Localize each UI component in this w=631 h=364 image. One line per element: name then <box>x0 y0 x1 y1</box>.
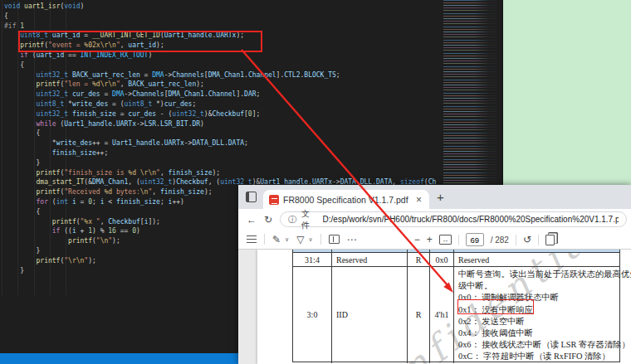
screenshot-root: void uart1_isr(void){#if 1 uint8_t uart_… <box>0 0 631 364</box>
edge-browser-window: FR8000 Specification V1.1.7.pdf × + ← ↻ … <box>238 185 631 364</box>
highlighter-icon[interactable]: ▽ <box>296 235 304 245</box>
vertical-tabs-icon <box>246 192 257 202</box>
vscode-status-bar <box>0 353 241 364</box>
tab-title: FR8000 Specification V1.1.7.pdf <box>283 195 410 205</box>
description-cell: Reserved <box>454 253 619 266</box>
name-cell: Reserved <box>332 253 408 266</box>
toolbar-divider <box>320 234 321 245</box>
reset-cell: 4'h1 <box>430 267 454 363</box>
page-total-label: / 282 <box>491 235 509 245</box>
table-row: 31:4 Reserved R 0x0 Reserved <box>293 253 619 267</box>
chevron-down-icon[interactable]: ∨ <box>308 236 312 243</box>
zoom-out-icon[interactable]: − <box>414 235 420 245</box>
tab-close-icon[interactable]: × <box>414 194 423 206</box>
name-cell: IID <box>332 267 408 363</box>
table-row: 3:0 IID R 4'h1 中断号查询。读出当前处于活跃状态的最高优先级中断。… <box>293 267 619 362</box>
address-bar: ← ↻ ⓘ 文件 D:/esp/work/svn/PH600/truck/FR8… <box>238 209 631 230</box>
page-view-icon[interactable] <box>545 235 555 245</box>
reset-cell: 0x0 <box>430 253 454 266</box>
bits-cell: 31:4 <box>293 253 332 266</box>
rotate-icon[interactable]: ↺ <box>523 235 531 245</box>
pdf-page: Confidential 31:4 Reserved R 0x0 Reserve… <box>257 250 631 364</box>
toolbar-divider <box>538 235 539 245</box>
more-options-icon[interactable]: ⋯ <box>347 235 357 245</box>
fit-to-width-icon[interactable]: ↔ <box>439 235 452 245</box>
refresh-icon[interactable]: ↻ <box>264 214 272 226</box>
contents-icon[interactable] <box>247 235 257 244</box>
new-tab-button[interactable]: + <box>437 191 444 203</box>
info-icon[interactable]: ⓘ <box>288 214 296 226</box>
pdf-tab[interactable]: FR8000 Specification V1.1.7.pdf × <box>263 190 429 209</box>
pdf-content-area: Confidential 31:4 Reserved R 0x0 Reserve… <box>238 250 631 364</box>
add-text-icon[interactable] <box>329 235 340 244</box>
back-icon[interactable]: ← <box>247 214 257 226</box>
url-field[interactable]: ⓘ 文件 D:/esp/work/svn/PH600/truck/FR800/d… <box>280 211 627 227</box>
bits-cell: 3:0 <box>293 267 332 363</box>
zoom-in-icon[interactable]: + <box>427 235 433 245</box>
pdf-file-icon <box>269 195 279 205</box>
access-cell: R <box>408 267 430 363</box>
toolbar-divider <box>458 235 459 245</box>
pdf-toolbar: ✎ ∨ ▽ ∨ ⋯ − + ↔ / 282 ↺ <box>238 230 631 250</box>
access-cell: R <box>408 253 430 266</box>
chevron-down-icon[interactable]: ∨ <box>285 236 289 243</box>
draw-pen-icon[interactable]: ✎ <box>272 235 281 245</box>
page-number-input[interactable] <box>466 233 484 246</box>
browser-tab-bar: FR8000 Specification V1.1.7.pdf × + <box>238 185 631 209</box>
iid-description-cell: 中断号查询。读出当前处于活跃状态的最高优先级中断。0x0： 调制解调器状态中断0… <box>454 267 619 363</box>
toolbar-divider <box>264 234 265 245</box>
url-scheme-label: 文件 <box>301 208 317 231</box>
url-text: D:/esp/work/svn/PH600/truck/FR800/docs/F… <box>323 215 619 224</box>
toolbar-divider <box>516 235 516 245</box>
pdf-zoom-page-group: − + ↔ / 282 ↺ <box>414 230 558 250</box>
green-background-window <box>503 0 631 186</box>
register-table: 31:4 Reserved R 0x0 Reserved 3:0 IID R 4… <box>292 250 620 362</box>
tab-actions-button[interactable] <box>243 190 258 205</box>
